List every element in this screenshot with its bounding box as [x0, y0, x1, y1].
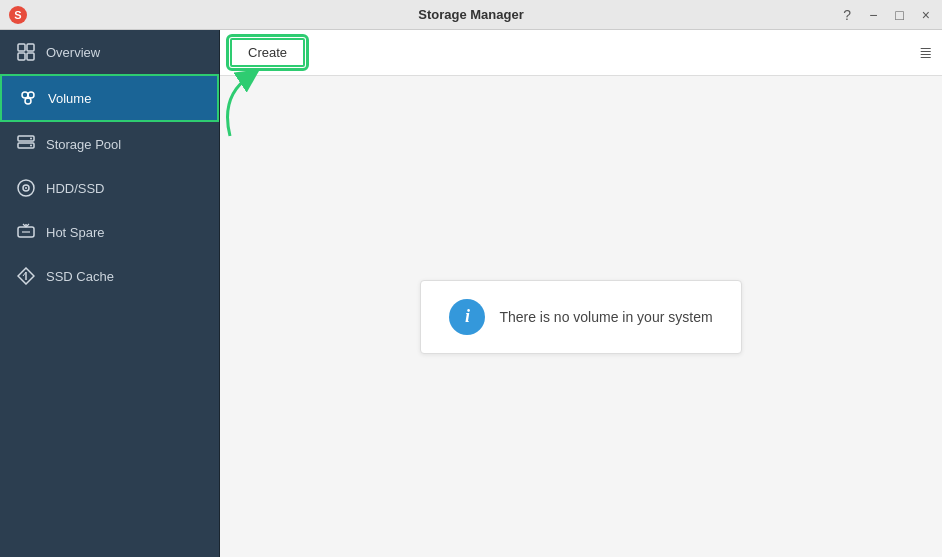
sidebar-label-storage-pool: Storage Pool	[46, 137, 121, 152]
titlebar-left: S	[8, 5, 28, 25]
sidebar-item-volume[interactable]: Volume	[0, 74, 219, 122]
info-message-box: i There is no volume in your system	[420, 280, 741, 354]
svg-point-17	[25, 187, 27, 189]
svg-point-6	[22, 92, 28, 98]
svg-rect-2	[18, 44, 25, 51]
empty-state-text: There is no volume in your system	[499, 309, 712, 325]
app-container: Overview Volume	[0, 30, 942, 557]
help-button[interactable]: ?	[839, 6, 855, 24]
sidebar-item-overview[interactable]: Overview	[0, 30, 219, 74]
overview-icon	[16, 42, 36, 62]
svg-point-13	[30, 138, 32, 140]
sidebar: Overview Volume	[0, 30, 220, 557]
window-controls: ? − □ ×	[839, 6, 934, 24]
svg-text:S: S	[14, 9, 21, 21]
window-title: Storage Manager	[418, 7, 523, 22]
volume-icon	[18, 88, 38, 108]
content-area: Create ≣	[220, 30, 942, 557]
svg-rect-5	[27, 53, 34, 60]
minimize-button[interactable]: −	[865, 6, 881, 24]
svg-rect-3	[27, 44, 34, 51]
ssd-cache-icon	[16, 266, 36, 286]
sidebar-label-volume: Volume	[48, 91, 91, 106]
sidebar-item-ssd-cache[interactable]: SSD Cache	[0, 254, 219, 298]
sidebar-item-storage-pool[interactable]: Storage Pool	[0, 122, 219, 166]
sidebar-label-overview: Overview	[46, 45, 100, 60]
toolbar: Create ≣	[220, 30, 942, 76]
app-logo: S	[8, 5, 28, 25]
sidebar-label-hot-spare: Hot Spare	[46, 225, 105, 240]
sidebar-label-hdd-ssd: HDD/SSD	[46, 181, 105, 196]
close-button[interactable]: ×	[918, 6, 934, 24]
restore-button[interactable]: □	[891, 6, 907, 24]
svg-point-7	[28, 92, 34, 98]
titlebar: S Storage Manager ? − □ ×	[0, 0, 942, 30]
create-button-container: Create	[230, 38, 305, 67]
info-icon: i	[449, 299, 485, 335]
sidebar-label-ssd-cache: SSD Cache	[46, 269, 114, 284]
sidebar-item-hdd-ssd[interactable]: HDD/SSD	[0, 166, 219, 210]
sidebar-item-hot-spare[interactable]: Hot Spare	[0, 210, 219, 254]
hdd-ssd-icon	[16, 178, 36, 198]
sort-icon[interactable]: ≣	[919, 43, 932, 62]
hot-spare-icon	[16, 222, 36, 242]
storage-pool-icon	[16, 134, 36, 154]
toolbar-left: Create	[230, 38, 305, 67]
svg-point-8	[25, 98, 31, 104]
svg-line-9	[25, 98, 28, 99]
toolbar-right: ≣	[919, 43, 932, 62]
svg-line-10	[28, 98, 31, 99]
svg-point-14	[30, 145, 32, 147]
svg-rect-4	[18, 53, 25, 60]
content-body: i There is no volume in your system	[220, 76, 942, 557]
create-button[interactable]: Create	[230, 38, 305, 67]
